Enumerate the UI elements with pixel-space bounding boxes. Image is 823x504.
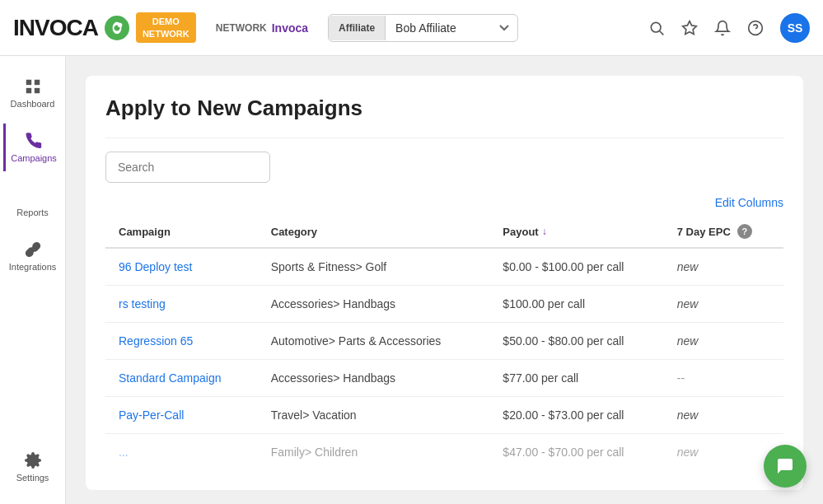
avatar[interactable]: SS — [780, 13, 810, 43]
search-input[interactable] — [105, 152, 270, 183]
affiliate-selector[interactable]: Affiliate Bob Affiliate — [328, 14, 518, 42]
campaign-link[interactable]: ... — [119, 446, 129, 459]
column-payout[interactable]: Payout ↓ — [489, 216, 663, 248]
svg-marker-3 — [683, 21, 697, 34]
nav-right: SS — [648, 13, 810, 43]
campaign-link[interactable]: rs testing — [119, 297, 166, 310]
sidebar-item-integrations[interactable]: Integrations — [3, 232, 63, 280]
epc-cell: new — [664, 286, 783, 323]
affiliate-tag: Affiliate — [329, 16, 386, 40]
sidebar-item-dashboard-label: Dashboard — [11, 99, 55, 109]
svg-rect-6 — [26, 80, 30, 85]
table-row: Standard CampaignAccessories> Handbags$7… — [105, 360, 783, 397]
svg-rect-8 — [26, 88, 30, 93]
column-category: Category — [258, 216, 490, 248]
bell-icon[interactable] — [714, 20, 731, 36]
payout-cell: $20.00 - $73.00 per call — [489, 397, 663, 434]
sidebar-item-reports[interactable]: Reports — [3, 178, 63, 226]
sidebar-item-integrations-label: Integrations — [9, 262, 56, 272]
svg-point-1 — [651, 22, 661, 32]
app-body: Dashboard Campaigns Reports Integrations… — [0, 56, 823, 504]
sort-arrow-icon: ↓ — [542, 226, 547, 237]
sidebar: Dashboard Campaigns Reports Integrations… — [0, 56, 66, 504]
sidebar-item-dashboard[interactable]: Dashboard — [3, 69, 63, 117]
category-cell: Sports & Fitness> Golf — [258, 248, 490, 286]
main-content: Apply to New Campaigns Edit Columns Camp… — [66, 56, 823, 504]
epc-cell: new — [664, 323, 783, 360]
table-row: rs testingAccessories> Handbags$100.00 p… — [105, 286, 783, 323]
network-info: NETWORK Invoca — [216, 21, 308, 35]
campaign-link[interactable]: Regression 65 — [119, 334, 193, 348]
campaign-link[interactable]: Standard Campaign — [119, 371, 222, 385]
chat-bubble[interactable] — [764, 445, 807, 488]
logo-area: INVOCA DEMO NETWORK — [13, 12, 196, 43]
search-icon[interactable] — [648, 20, 665, 36]
column-epc: 7 Day EPC ? — [664, 216, 783, 248]
category-cell: Automotive> Parts & Accessories — [258, 323, 490, 360]
demo-badge: DEMO NETWORK — [136, 12, 196, 43]
payout-cell: $50.00 - $80.00 per call — [489, 323, 663, 360]
epc-cell: new — [664, 397, 783, 434]
search-bar — [105, 152, 783, 183]
svg-rect-9 — [34, 88, 39, 93]
campaign-link[interactable]: Pay-Per-Call — [119, 408, 184, 422]
table-row: 96 Deploy testSports & Fitness> Golf$0.0… — [105, 248, 783, 286]
epc-help-icon[interactable]: ? — [737, 224, 752, 239]
sidebar-item-settings[interactable]: Settings — [3, 443, 63, 491]
svg-line-2 — [660, 30, 664, 35]
table-row: Regression 65Automotive> Parts & Accesso… — [105, 323, 783, 360]
sidebar-item-campaigns[interactable]: Campaigns — [3, 124, 63, 171]
page-title: Apply to New Campaigns — [105, 96, 783, 121]
category-cell: Accessories> Handbags — [258, 360, 490, 397]
help-icon[interactable] — [747, 20, 764, 36]
category-cell: Travel> Vacation — [258, 397, 490, 434]
payout-cell: $100.00 per call — [489, 286, 663, 323]
svg-rect-7 — [34, 80, 39, 85]
sidebar-item-campaigns-label: Campaigns — [11, 153, 57, 163]
campaign-link[interactable]: 96 Deploy test — [119, 260, 193, 273]
content-card: Apply to New Campaigns Edit Columns Camp… — [86, 76, 803, 490]
campaigns-table: Campaign Category Payout ↓ 7 Day EPC ? — [105, 216, 783, 470]
logo-text: INVOCA — [13, 15, 98, 41]
edit-columns-button[interactable]: Edit Columns — [715, 196, 783, 209]
category-cell: Accessories> Handbags — [258, 286, 490, 323]
category-cell: Family> Children — [258, 434, 490, 471]
table-header-row: Edit Columns — [105, 196, 783, 209]
epc-cell: new — [664, 248, 783, 286]
epc-cell: -- — [664, 360, 783, 397]
affiliate-select[interactable]: Bob Affiliate — [386, 15, 517, 41]
column-campaign: Campaign — [105, 216, 258, 248]
table-row: ...Family> Children$47.00 - $70.00 per c… — [105, 434, 783, 471]
payout-cell: $47.00 - $70.00 per call — [489, 434, 663, 471]
payout-cell: $0.00 - $100.00 per call — [489, 248, 663, 286]
table-row: Pay-Per-CallTravel> Vacation$20.00 - $73… — [105, 397, 783, 434]
star-icon[interactable] — [681, 20, 698, 36]
network-label: NETWORK — [216, 22, 267, 34]
top-nav: INVOCA DEMO NETWORK NETWORK Invoca Affil… — [0, 0, 823, 56]
logo-icon — [105, 16, 129, 40]
network-name[interactable]: Invoca — [272, 21, 308, 35]
payout-cell: $77.00 per call — [489, 360, 663, 397]
sidebar-item-reports-label: Reports — [16, 208, 49, 217]
svg-point-0 — [118, 22, 122, 26]
sidebar-item-settings-label: Settings — [16, 473, 49, 483]
